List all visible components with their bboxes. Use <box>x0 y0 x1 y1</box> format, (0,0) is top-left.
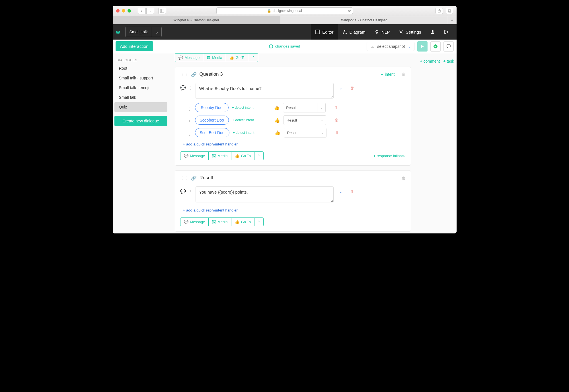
interaction-card-result: ⋮⋮ 🔗 Result 🗑 💬 ⋮ ⌄ 🗑 add a quick reply/… <box>175 170 411 232</box>
thumbs-up-icon: 👍 <box>235 220 239 224</box>
delete-card-icon[interactable]: 🗑 <box>402 72 406 77</box>
thumbs-up-icon: 👍 <box>275 130 280 136</box>
chevron-up-icon: ⌃ <box>257 220 260 224</box>
canvas: 💬Message 🖼Media 👍Go To ⌃ ⋮⋮ 🔗 Question 3… <box>169 53 417 233</box>
message-icon: 💬 <box>180 189 186 194</box>
wingbot-logo-icon[interactable]: w <box>116 29 121 34</box>
answer-row: ⋮Scooby Doodetect intent👍Result⌄🗑 <box>188 103 406 112</box>
nav-nlp[interactable]: NLP <box>370 24 394 40</box>
action-more[interactable]: ⌃ <box>249 54 258 62</box>
add-task-link[interactable]: task <box>443 59 454 63</box>
status-ok-button[interactable] <box>430 41 441 52</box>
bot-selector[interactable]: Small_talk ⌄ <box>125 27 162 37</box>
svg-point-12 <box>400 31 402 33</box>
drag-handle-icon[interactable]: ⋮⋮ <box>180 176 188 180</box>
drag-handle-icon[interactable]: ⋮⋮ <box>180 72 188 77</box>
delete-message-icon[interactable]: 🗑 <box>350 189 354 194</box>
action-message[interactable]: 💬Message <box>180 152 209 160</box>
expand-icon[interactable]: ⌄ <box>339 190 342 194</box>
goto-select[interactable]: Result⌄ <box>283 103 326 112</box>
action-goto[interactable]: 👍Go To <box>231 218 254 226</box>
drag-handle-icon[interactable]: ⋮ <box>189 189 193 194</box>
svg-rect-0 <box>160 9 164 13</box>
nav-diagram[interactable]: Diagram <box>338 24 370 40</box>
response-fallback-link[interactable]: response fallback <box>373 154 406 158</box>
action-message[interactable]: 💬Message <box>175 54 204 62</box>
delete-answer-icon[interactable]: 🗑 <box>334 105 338 110</box>
share-icon[interactable] <box>436 8 443 14</box>
goto-select[interactable]: Result⌄ <box>284 128 326 137</box>
play-button[interactable] <box>417 41 428 52</box>
sidebar-item-emoji[interactable]: Small talk - emoji <box>114 83 167 93</box>
nav-logout[interactable] <box>439 24 453 40</box>
drag-handle-icon[interactable]: ⋮ <box>188 119 192 124</box>
quick-reply-pill[interactable]: Scooby Doo <box>195 103 229 112</box>
browser-tab[interactable]: Wingbot.ai - Chatbot Designer <box>113 16 280 24</box>
link-icon[interactable]: 🔗 <box>191 72 197 77</box>
expand-icon[interactable]: ⌄ <box>339 86 342 90</box>
url-bar[interactable]: 🔒 designer.wingbot.ai ⟳ <box>216 7 353 14</box>
svg-rect-4 <box>449 10 451 12</box>
add-quick-reply-link[interactable]: add a quick reply/intent handler <box>183 208 406 212</box>
thumbs-up-icon: 👍 <box>235 154 239 158</box>
link-icon[interactable]: 🔗 <box>191 175 197 181</box>
goto-select[interactable]: Result⌄ <box>284 115 326 125</box>
detect-intent-link[interactable]: detect intent <box>232 106 254 110</box>
delete-card-icon[interactable]: 🗑 <box>402 176 406 180</box>
drag-handle-icon[interactable]: ⋮ <box>188 132 192 136</box>
nav-settings[interactable]: Settings <box>394 24 426 40</box>
sidebar-toggle-icon[interactable] <box>158 8 166 14</box>
sidebar-item-smalltalk[interactable]: Small talk <box>114 93 167 102</box>
user-icon <box>430 30 435 34</box>
drag-handle-icon[interactable]: ⋮ <box>188 107 192 111</box>
close-window-icon[interactable] <box>116 9 120 13</box>
goto-value: Result <box>283 106 317 110</box>
action-more[interactable]: ⌃ <box>254 152 263 160</box>
message-input[interactable] <box>196 83 334 99</box>
action-media[interactable]: 🖼Media <box>203 54 226 62</box>
delete-answer-icon[interactable]: 🗑 <box>335 130 339 135</box>
toolbar: Add interaction changes saved ☁ select s… <box>113 40 457 53</box>
add-intent-button[interactable]: +intent <box>381 72 395 77</box>
minimize-window-icon[interactable] <box>122 9 125 13</box>
add-comment-link[interactable]: comment <box>420 59 440 63</box>
chat-button[interactable] <box>443 41 454 52</box>
quick-reply-pill[interactable]: Scot Bert Doo <box>195 128 229 137</box>
snapshot-selector[interactable]: ☁ select snapshot ⌄ <box>367 42 414 51</box>
sidebar-item-support[interactable]: Small talk - support <box>114 73 167 83</box>
sidebar-item-quiz[interactable]: Quiz <box>114 102 167 112</box>
nav-editor[interactable]: Editor <box>311 24 338 40</box>
back-button[interactable]: ‹ <box>138 8 146 14</box>
detect-intent-link[interactable]: detect intent <box>232 118 254 122</box>
media-icon: 🖼 <box>207 56 210 60</box>
create-dialogue-button[interactable]: Create new dialogue <box>114 116 167 126</box>
new-tab-button[interactable]: + <box>448 16 457 24</box>
add-quick-reply-link[interactable]: add a quick reply/intent handler <box>183 142 406 146</box>
answer-row: ⋮Scoobert Doodetect intent👍Result⌄🗑 <box>188 115 406 125</box>
action-goto[interactable]: 👍Go To <box>226 54 249 62</box>
check-circle-icon <box>433 44 438 49</box>
lock-icon: 🔒 <box>267 9 271 13</box>
maximize-window-icon[interactable] <box>128 9 131 13</box>
interaction-card-question3: ⋮⋮ 🔗 Question 3 +intent 🗑 💬 ⋮ ⌄ 🗑 ⋮Scoob… <box>175 67 411 166</box>
nav-user[interactable] <box>426 24 439 40</box>
svg-rect-5 <box>316 30 320 34</box>
action-media[interactable]: 🖼Media <box>209 218 231 226</box>
forward-button[interactable]: › <box>146 8 154 14</box>
gear-icon <box>399 30 403 34</box>
action-message[interactable]: 💬Message <box>180 218 209 226</box>
message-input[interactable] <box>196 186 334 202</box>
delete-message-icon[interactable]: 🗑 <box>350 86 354 90</box>
action-more[interactable]: ⌃ <box>254 218 263 226</box>
tabs-overview-icon[interactable] <box>446 8 453 14</box>
browser-tab[interactable]: Wingbot.ai - Chatbot Designer <box>280 16 448 24</box>
add-interaction-button[interactable]: Add interaction <box>116 41 153 51</box>
action-goto[interactable]: 👍Go To <box>231 152 254 160</box>
sidebar-item-root[interactable]: Root <box>114 63 167 73</box>
reload-icon[interactable]: ⟳ <box>348 9 351 13</box>
drag-handle-icon[interactable]: ⋮ <box>189 86 193 90</box>
delete-answer-icon[interactable]: 🗑 <box>335 118 339 122</box>
quick-reply-pill[interactable]: Scoobert Doo <box>195 116 229 125</box>
action-media[interactable]: 🖼Media <box>209 152 231 160</box>
detect-intent-link[interactable]: detect intent <box>233 131 254 135</box>
